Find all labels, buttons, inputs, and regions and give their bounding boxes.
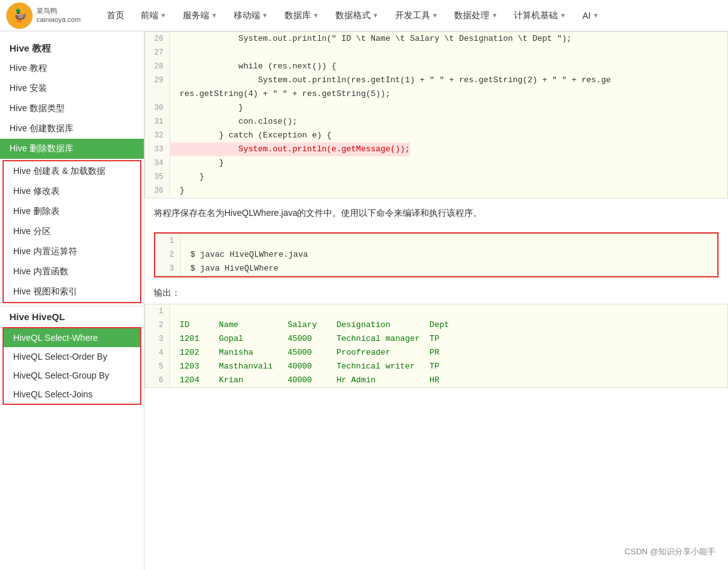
line-number: 33: [145, 142, 170, 156]
code-block-top: 26 System.out.println(" ID \t Name \t Sa…: [144, 31, 728, 198]
line-code: }: [170, 101, 243, 115]
line-number: 2: [145, 318, 170, 332]
line-number: 5: [145, 360, 170, 374]
line-code: $ java HiveQLWhere: [181, 262, 278, 276]
line-code: res.getString(4) + " " + res.getString(5…: [170, 87, 390, 101]
sidebar-hiveql-title: Hive HiveQL: [0, 306, 144, 326]
line-code: System.out.println(e.getMessage());: [170, 142, 410, 156]
nav-item[interactable]: 数据库▼: [278, 6, 325, 25]
line-code: [170, 46, 180, 60]
code-block-compile-wrapper: 12$ javac HiveQLWhere.java3$ java HiveQL…: [154, 232, 719, 277]
code-line: 27: [145, 46, 727, 60]
line-code: $ javac HiveQLWhere.java: [181, 248, 308, 262]
sidebar-item[interactable]: HiveQL Select-Group By: [4, 366, 140, 385]
sidebar-item[interactable]: Hive 删除表: [4, 202, 140, 222]
logo-text: 菜鸟鸭cainiaoya.com: [36, 7, 80, 23]
chevron-down-icon: ▼: [160, 12, 166, 19]
code-line: 51203 Masthanvali 40000 Technical writer…: [145, 360, 727, 374]
sidebar-item[interactable]: Hive 内置运算符: [4, 242, 140, 262]
sidebar-top-items: Hive 教程Hive 安装Hive 数据类型Hive 创建数据库Hive 删除…: [0, 58, 144, 159]
line-number: 1: [145, 304, 170, 318]
line-number: 2: [156, 248, 181, 262]
sidebar-item[interactable]: Hive 分区: [4, 222, 140, 242]
sidebar-item[interactable]: Hive 教程: [0, 58, 144, 78]
sidebar-item[interactable]: HiveQL Select-Joins: [4, 385, 140, 404]
code-line: 34 }: [145, 156, 727, 170]
line-number: 26: [145, 32, 170, 46]
sidebar-item[interactable]: Hive 视图和索引: [4, 282, 140, 302]
line-code: 1203 Masthanvali 40000 Technical writer …: [170, 360, 439, 374]
line-number: 3: [156, 262, 181, 276]
sidebar-red-items: Hive 创建表 & 加载数据Hive 修改表Hive 删除表Hive 分区Hi…: [4, 161, 140, 302]
code-line: 31201 Gopal 45000 Technical manager TP: [145, 332, 727, 346]
code-line: 26 System.out.println(" ID \t Name \t Sa…: [145, 32, 727, 46]
sidebar-item[interactable]: Hive 修改表: [4, 181, 140, 202]
code-line: 29 System.out.println(res.getInt(1) + " …: [145, 73, 727, 87]
code-line: 30 }: [145, 101, 727, 115]
code-line: 32 } catch (Exception e) {: [145, 129, 727, 142]
logo-icon: 🦆: [6, 3, 33, 29]
sidebar-item[interactable]: Hive 数据类型: [0, 99, 144, 119]
code-line: 3$ java HiveQLWhere: [156, 262, 717, 276]
line-number: 30: [145, 101, 170, 115]
chevron-down-icon: ▼: [211, 12, 217, 19]
sidebar-item[interactable]: Hive 删除数据库: [0, 139, 144, 159]
sidebar-item[interactable]: Hive 安装: [0, 78, 144, 99]
sidebar-item[interactable]: Hive 内置函数: [4, 262, 140, 282]
nav-item[interactable]: 开发工具▼: [389, 6, 445, 25]
chevron-down-icon: ▼: [491, 12, 497, 19]
nav-item[interactable]: 前端▼: [134, 6, 173, 25]
line-code: }: [170, 184, 185, 198]
code-line: 33 System.out.println(e.getMessage());: [145, 142, 727, 156]
nav-item[interactable]: 移动端▼: [227, 6, 274, 25]
chevron-down-icon: ▼: [313, 12, 319, 19]
code-line: 1: [156, 234, 717, 248]
code-line: 36}: [145, 184, 727, 198]
nav-item[interactable]: AI▼: [576, 7, 605, 24]
chevron-down-icon: ▼: [432, 12, 438, 19]
watermark: CSDN @知识分享小能手: [624, 546, 715, 557]
sidebar-item[interactable]: HiveQL Select-Order By: [4, 347, 140, 366]
logo-area: 🦆 菜鸟鸭cainiaoya.com: [6, 3, 82, 29]
code-line: 2ID Name Salary Designation Dept: [145, 318, 727, 332]
code-line: 2$ javac HiveQLWhere.java: [156, 248, 717, 262]
sidebar: Hive 教程 Hive 教程Hive 安装Hive 数据类型Hive 创建数据…: [0, 31, 144, 570]
line-code: [170, 304, 180, 318]
sidebar-hiveql-red-box: HiveQL Select-WhereHiveQL Select-Order B…: [3, 327, 141, 405]
sidebar-item[interactable]: HiveQL Select-Where: [4, 328, 140, 347]
line-code: while (res.next()) {: [170, 60, 337, 73]
line-code: }: [170, 156, 224, 170]
line-code: ID Name Salary Designation Dept: [170, 318, 449, 332]
nav-item[interactable]: 计算机基础▼: [508, 6, 572, 25]
line-number: 35: [145, 170, 170, 184]
line-code: System.out.println(" ID \t Name \t Salar…: [170, 32, 572, 46]
line-number: 4: [145, 346, 170, 360]
line-code: [181, 234, 190, 248]
line-number: 29: [145, 73, 170, 87]
line-code: 1204 Krian 40000 Hr Admin HR: [170, 374, 439, 387]
nav-item[interactable]: 服务端▼: [177, 6, 224, 25]
line-code: } catch (Exception e) {: [170, 129, 332, 142]
code-line: 41202 Manisha 45000 Proofreader PR: [145, 346, 727, 360]
chevron-down-icon: ▼: [262, 12, 268, 19]
sidebar-section-title: Hive 教程: [0, 38, 144, 58]
nav-item[interactable]: 数据格式▼: [329, 6, 385, 25]
line-code: 1201 Gopal 45000 Technical manager TP: [170, 332, 439, 346]
code-line: 35 }: [145, 170, 727, 184]
nav-item[interactable]: 数据处理▼: [448, 6, 504, 25]
code-block-output: 12ID Name Salary Designation Dept31201 G…: [144, 304, 728, 388]
description-text: 将程序保存在名为HiveQLWhere.java的文件中。使用以下命令来编译和执…: [144, 198, 728, 227]
nav-item[interactable]: 首页: [101, 6, 131, 25]
top-nav: 🦆 菜鸟鸭cainiaoya.com 首页前端▼服务端▼移动端▼数据库▼数据格式…: [0, 0, 728, 31]
sidebar-item[interactable]: Hive 创建表 & 加载数据: [4, 161, 140, 181]
code-line: 61204 Krian 40000 Hr Admin HR: [145, 374, 727, 387]
output-label: 输出：: [144, 282, 728, 304]
line-code: }: [170, 170, 204, 184]
line-code: con.close();: [170, 115, 297, 129]
chevron-down-icon: ▼: [560, 12, 566, 19]
line-code: 1202 Manisha 45000 Proofreader PR: [170, 346, 439, 360]
line-number: [145, 87, 170, 101]
sidebar-item[interactable]: Hive 创建数据库: [0, 119, 144, 139]
chevron-down-icon: ▼: [372, 12, 379, 19]
code-line: 31 con.close();: [145, 115, 727, 129]
